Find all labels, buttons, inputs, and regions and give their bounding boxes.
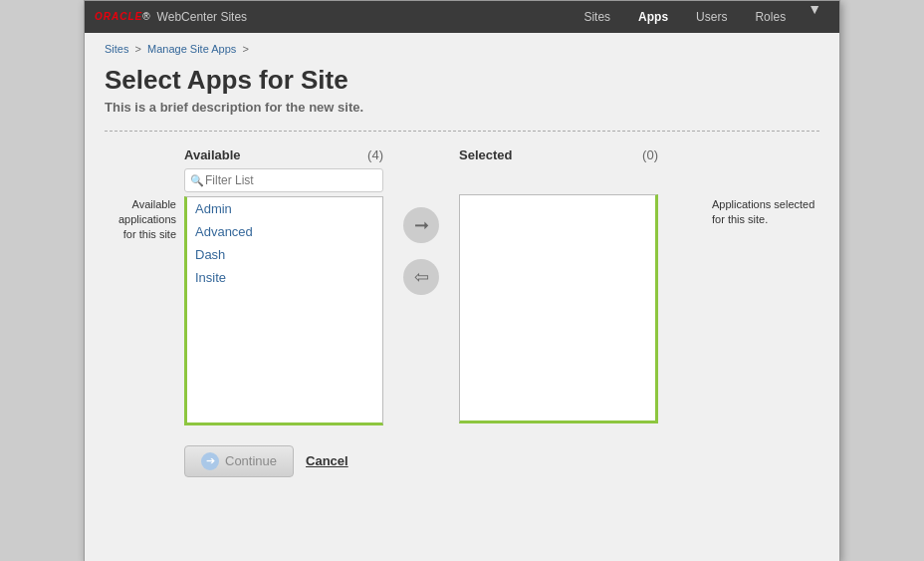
available-panel: Available (4) 🔍 Admin Advanced Dash Insi… bbox=[184, 147, 383, 425]
oracle-logo-reg: ® bbox=[142, 11, 150, 22]
breadcrumb-sep-2: > bbox=[242, 43, 248, 55]
selected-label: Selected bbox=[459, 147, 512, 162]
continue-button[interactable]: ➔ Continue bbox=[184, 445, 294, 477]
cancel-button[interactable]: Cancel bbox=[306, 453, 348, 468]
continue-label: Continue bbox=[225, 453, 277, 468]
available-count: (4) bbox=[367, 147, 383, 162]
navbar: ORACLE® WebCenter Sites Sites Apps Users… bbox=[85, 1, 839, 33]
selected-panel: Selected (0) bbox=[459, 147, 658, 423]
selected-listbox[interactable] bbox=[459, 194, 658, 423]
transfer-area: Available applications for this site Ava… bbox=[105, 147, 819, 425]
bottom-actions: ➔ Continue Cancel bbox=[105, 445, 819, 477]
breadcrumb-manage-site-apps[interactable]: Manage Site Apps bbox=[147, 43, 236, 55]
left-arrow-icon: ⇦ bbox=[414, 266, 429, 288]
funnel-icon[interactable]: ▼ bbox=[800, 1, 829, 33]
content-area: Sites > Manage Site Apps > Select Apps f… bbox=[85, 33, 839, 561]
cancel-label: Cancel bbox=[306, 453, 348, 468]
right-arrow-icon: ➞ bbox=[414, 214, 429, 236]
page-title: Select Apps for Site bbox=[105, 65, 819, 96]
list-item[interactable]: Admin bbox=[187, 197, 382, 220]
available-listbox[interactable]: Admin Advanced Dash Insite bbox=[184, 196, 383, 425]
nav-item-sites[interactable]: Sites bbox=[570, 1, 624, 33]
filter-input-wrapper: 🔍 bbox=[184, 168, 383, 192]
search-icon: 🔍 bbox=[190, 173, 204, 186]
available-header: Available (4) bbox=[184, 147, 383, 162]
list-item[interactable]: Insite bbox=[187, 266, 382, 289]
selected-header: Selected (0) bbox=[459, 147, 658, 162]
move-left-button[interactable]: ⇦ bbox=[403, 259, 439, 295]
transfer-container: Available (4) 🔍 Admin Advanced Dash Insi… bbox=[184, 147, 700, 425]
app-window: ORACLE® WebCenter Sites Sites Apps Users… bbox=[84, 0, 840, 561]
breadcrumb-sites[interactable]: Sites bbox=[105, 43, 128, 55]
available-label: Available bbox=[184, 147, 241, 162]
nav-item-roles[interactable]: Roles bbox=[741, 1, 800, 33]
annotation-right: Applications selected for this site. bbox=[700, 197, 819, 228]
page-description: This is a brief description for the new … bbox=[105, 100, 819, 115]
continue-icon: ➔ bbox=[201, 452, 219, 470]
move-right-button[interactable]: ➞ bbox=[403, 207, 439, 243]
navbar-links: Sites Apps Users Roles ▼ bbox=[570, 1, 829, 33]
breadcrumb-sep-1: > bbox=[135, 43, 141, 55]
navbar-product-name: WebCenter Sites bbox=[157, 10, 248, 24]
annotation-left: Available applications for this site bbox=[105, 197, 184, 243]
filter-input[interactable] bbox=[184, 168, 383, 192]
divider bbox=[105, 131, 819, 132]
selected-count: (0) bbox=[642, 147, 658, 162]
transfer-buttons: ➞ ⇦ bbox=[391, 147, 451, 295]
nav-item-apps[interactable]: Apps bbox=[624, 1, 682, 33]
oracle-logo: ORACLE® bbox=[95, 11, 151, 22]
breadcrumb: Sites > Manage Site Apps > bbox=[105, 43, 819, 55]
list-item[interactable]: Dash bbox=[187, 243, 382, 266]
list-item[interactable]: Advanced bbox=[187, 220, 382, 243]
nav-item-users[interactable]: Users bbox=[682, 1, 741, 33]
navbar-brand: ORACLE® WebCenter Sites bbox=[95, 10, 570, 24]
